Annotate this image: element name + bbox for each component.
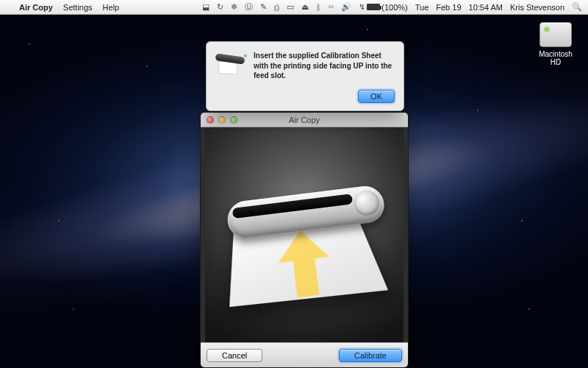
- menuextra-dropbox-icon[interactable]: ⬓: [202, 2, 209, 12]
- menuextra-bluetooth-icon[interactable]: ᛒ: [316, 3, 321, 12]
- aircopy-window: Air Copy Cancel Calibrate: [200, 112, 409, 368]
- calibration-alert: Insert the supplied Calibration Sheet wi…: [206, 41, 404, 111]
- menuextra-evernote-icon[interactable]: ✎: [260, 2, 267, 12]
- alert-message: Insert the supplied Calibration Sheet wi…: [254, 51, 395, 81]
- window-minimize-button[interactable]: [218, 116, 226, 124]
- desktop-icon-label: Macintosh HD: [534, 50, 578, 66]
- menubar-date[interactable]: Feb 19: [436, 3, 461, 12]
- ok-button[interactable]: OK: [358, 90, 395, 103]
- desktop-icon-macintosh-hd[interactable]: Macintosh HD: [534, 22, 578, 66]
- menu-help[interactable]: Help: [103, 3, 120, 12]
- app-menu[interactable]: Air Copy: [19, 3, 53, 12]
- window-zoom-button[interactable]: [230, 116, 237, 124]
- menuextra-volume-icon[interactable]: 🔊: [341, 2, 351, 12]
- menuextra-printer-icon[interactable]: ⎙: [274, 3, 279, 12]
- menuextra-cloud-icon[interactable]: ❄︎: [231, 2, 237, 12]
- menubar-day[interactable]: Tue: [415, 3, 429, 12]
- window-titlebar[interactable]: Air Copy: [201, 113, 408, 127]
- menubar-user[interactable]: Kris Stevenson: [510, 3, 564, 12]
- menuextra-u-icon[interactable]: Ⓤ: [245, 1, 253, 13]
- alert-scanner-icon: [215, 51, 246, 76]
- window-close-button[interactable]: [207, 116, 214, 124]
- svg-marker-0: [275, 227, 334, 300]
- aircopy-preview-area: [205, 127, 404, 342]
- battery-icon: [367, 4, 380, 10]
- feed-arrow-icon: [275, 227, 334, 300]
- menubar-time[interactable]: 10:54 AM: [469, 3, 503, 12]
- menuextra-display-icon[interactable]: ▭: [287, 2, 294, 12]
- spotlight-icon[interactable]: 🔍: [572, 2, 582, 12]
- menuextra-wifi-icon[interactable]: ⌔: [329, 3, 334, 12]
- menuextra-sync-icon[interactable]: ↻: [217, 2, 223, 12]
- battery-percentage: (100%): [381, 3, 407, 12]
- menubar: Air Copy Settings Help ⬓ ↻ ❄︎ Ⓤ ✎ ⎙ ▭ ⏏ …: [0, 0, 588, 15]
- menuextra-battery[interactable]: ↯ (100%): [359, 2, 407, 12]
- harddrive-icon: [539, 22, 572, 47]
- aircopy-footer: Cancel Calibrate: [201, 342, 408, 367]
- calibrate-button[interactable]: Calibrate: [339, 349, 402, 362]
- menuextra-eject-icon[interactable]: ⏏: [301, 2, 309, 12]
- cancel-button[interactable]: Cancel: [207, 349, 262, 362]
- menu-settings[interactable]: Settings: [63, 3, 93, 12]
- battery-charging-icon: ↯: [359, 2, 365, 12]
